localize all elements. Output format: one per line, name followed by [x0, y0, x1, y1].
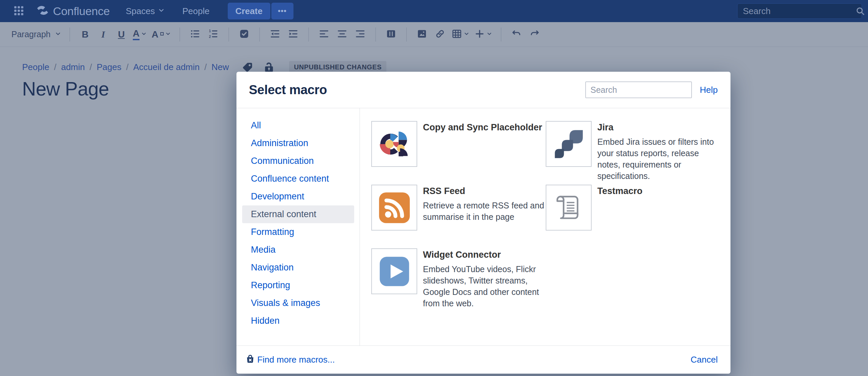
logo-text: Confluence	[53, 5, 110, 18]
breadcrumb-pages[interactable]: Pages	[97, 62, 121, 72]
search-icon	[855, 6, 865, 16]
image-icon	[416, 29, 427, 40]
marketplace-bag-icon	[245, 353, 255, 366]
category-all[interactable]: All	[242, 116, 354, 134]
chevron-down-icon	[141, 31, 147, 38]
more-button[interactable]: •••	[271, 3, 293, 20]
numbered-list-button[interactable]: 12	[205, 27, 221, 42]
page-layout-button[interactable]	[383, 27, 399, 42]
category-communication[interactable]: Communication	[242, 152, 354, 170]
find-more-macros-link[interactable]: Find more macros...	[245, 353, 335, 366]
bold-icon: B	[82, 30, 89, 39]
toolbar-divider	[259, 28, 260, 41]
text-style-icon: A	[152, 30, 158, 39]
dialog-body: All Administration Communication Conflue…	[237, 108, 731, 346]
paragraph-label: Paragraph	[11, 30, 51, 39]
ellipsis-icon: •••	[278, 7, 287, 15]
svg-text:1: 1	[209, 29, 211, 33]
app-switcher-button[interactable]	[10, 2, 28, 20]
breadcrumb-admin[interactable]: admin	[61, 62, 85, 72]
macro-name: Testmacro	[597, 185, 643, 196]
toolbar-divider	[180, 28, 180, 41]
underline-button[interactable]: U	[113, 27, 129, 42]
text-color-button[interactable]: A	[131, 27, 148, 42]
rss-logo-icon	[371, 185, 417, 231]
category-external-content[interactable]: External content	[242, 205, 354, 223]
page-title: New Page	[22, 78, 109, 100]
category-administration[interactable]: Administration	[242, 134, 354, 152]
create-button[interactable]: Create	[228, 3, 270, 20]
breadcrumb-separator: /	[126, 62, 128, 72]
category-hidden[interactable]: Hidden	[242, 312, 354, 330]
redo-button[interactable]	[527, 27, 542, 42]
toolbar-divider	[69, 28, 70, 41]
bullet-list-button[interactable]	[187, 27, 203, 42]
align-right-button[interactable]	[352, 27, 368, 42]
category-formatting[interactable]: Formatting	[242, 223, 354, 241]
category-confluence-content[interactable]: Confluence content	[242, 170, 354, 188]
undo-button[interactable]	[508, 27, 525, 42]
macro-item-widget-connector[interactable]: Widget Connector Embed YouTube videos, F…	[371, 248, 546, 312]
category-visuals-images[interactable]: Visuals & images	[242, 294, 354, 312]
breadcrumb-separator: /	[204, 62, 207, 72]
columns-layout-icon	[386, 29, 397, 40]
dialog-title: Select macro	[249, 83, 327, 97]
outdent-button[interactable]	[267, 27, 283, 42]
insert-more-button[interactable]	[473, 27, 494, 42]
bold-button[interactable]: B	[77, 27, 93, 42]
nav-search	[737, 3, 862, 19]
task-list-button[interactable]	[236, 27, 252, 42]
breadcrumb-new[interactable]: New	[211, 62, 229, 72]
macro-description: Embed Jira issues or filters into your s…	[597, 136, 721, 182]
align-left-button[interactable]	[316, 27, 332, 42]
breadcrumb-separator: /	[54, 62, 56, 72]
macro-item-copy-sync-placeholder[interactable]: Copy and Sync Placeholder	[371, 121, 546, 185]
macro-item-testmacro[interactable]: Testmacro	[546, 185, 721, 248]
top-nav: Confluence Spaces People Create •••	[0, 0, 868, 22]
text-style-button[interactable]: A	[150, 27, 173, 42]
category-navigation[interactable]: Navigation	[242, 259, 354, 276]
confluence-logo[interactable]: Confluence	[36, 3, 110, 19]
macro-item-rss-feed[interactable]: RSS Feed Retrieve a remote RSS feed and …	[371, 185, 546, 248]
select-macro-dialog: Select macro Help All Administration Com…	[237, 72, 731, 374]
macro-list: Copy and Sync Placeholder Jira Embed Jir…	[360, 108, 731, 345]
macro-search-input[interactable]	[585, 81, 692, 98]
svg-text:2: 2	[209, 35, 211, 38]
insert-table-button[interactable]	[450, 27, 471, 42]
plus-icon	[474, 29, 485, 40]
macro-name: RSS Feed	[423, 185, 546, 196]
italic-button[interactable]: I	[95, 27, 111, 42]
indent-button[interactable]	[285, 27, 301, 42]
insert-link-button[interactable]	[432, 27, 448, 42]
category-media[interactable]: Media	[242, 241, 354, 259]
category-reporting[interactable]: Reporting	[242, 276, 354, 294]
toolbar-divider	[501, 28, 501, 41]
breadcrumb-people[interactable]: People	[22, 62, 49, 72]
chevron-down-icon	[464, 31, 470, 38]
nav-search-input[interactable]	[743, 6, 855, 16]
dialog-footer: Find more macros... Cancel	[237, 346, 731, 374]
spaces-menu[interactable]: Spaces	[126, 6, 165, 16]
find-more-macros-label: Find more macros...	[257, 354, 335, 365]
category-development[interactable]: Development	[242, 188, 354, 205]
nav-menu: Spaces People	[126, 6, 210, 16]
task-checkbox-icon	[239, 29, 250, 40]
paragraph-style-select[interactable]: Paragraph	[11, 30, 61, 39]
numbered-list-icon: 12	[208, 29, 219, 40]
macro-item-jira[interactable]: Jira Embed Jira issues or filters into y…	[546, 121, 721, 185]
insert-image-button[interactable]	[414, 27, 430, 42]
chevron-down-icon	[158, 6, 165, 16]
text-color-icon: A	[133, 29, 140, 40]
toolbar-divider	[228, 28, 229, 41]
jira-logo-icon	[546, 121, 592, 167]
help-link[interactable]: Help	[700, 85, 718, 95]
toolbar-divider	[375, 28, 376, 41]
align-center-button[interactable]	[334, 27, 350, 42]
breadcrumb-accueil[interactable]: Accueil de admin	[133, 62, 199, 72]
chevron-down-icon	[165, 31, 171, 38]
macro-description: Retrieve a remote RSS feed and summarise…	[423, 200, 546, 223]
people-menu[interactable]: People	[182, 6, 210, 16]
copy-sync-logo-icon	[371, 121, 417, 167]
align-center-icon	[337, 29, 347, 40]
cancel-button[interactable]: Cancel	[690, 354, 718, 365]
